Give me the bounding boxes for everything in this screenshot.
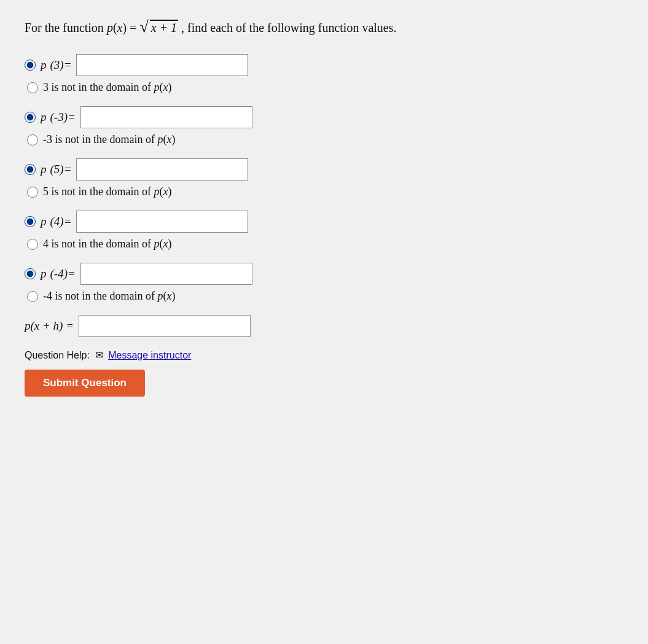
question-block-1: p(3)= 3 is not in the domain of p(x) [25,54,623,94]
submit-button[interactable]: Submit Question [25,370,145,397]
q1-input-radio[interactable] [25,60,36,71]
q4-answer-input[interactable] [76,211,248,233]
q2-answer-input[interactable] [80,106,252,128]
function-expression: p(x) = √x + 1 [107,21,181,34]
q2-domain-label: -3 is not in the domain of p(x) [43,133,175,146]
q2-domain-radio[interactable] [27,134,38,145]
q3-answer-input[interactable] [76,158,248,180]
q5-domain-label: -4 is not in the domain of p(x) [43,290,175,303]
q3-domain-radio[interactable] [27,187,38,198]
header-text-before: For the function [25,21,107,34]
q4-input-radio[interactable] [25,216,36,227]
question-block-5: p(-4)= -4 is not in the domain of p(x) [25,263,623,303]
q1-label: p(3)= [41,58,71,72]
q2-input-radio[interactable] [25,112,36,123]
question-header: For the function p(x) = √x + 1 , find ea… [25,18,623,37]
q5-label: p(-4)= [41,267,76,281]
header-text-after: , find each of the following function va… [181,21,396,34]
message-instructor-link[interactable]: Message instructor [108,350,191,360]
q5-answer-input[interactable] [80,263,252,285]
q3-domain-label: 5 is not in the domain of p(x) [43,185,171,198]
q4-domain-label: 4 is not in the domain of p(x) [43,238,171,250]
q3-label: p(5)= [41,163,71,176]
pxh-block: p(x + h) = [25,315,623,337]
q5-input-radio[interactable] [25,268,36,279]
pxh-label: p(x + h) = [25,319,74,333]
pxh-answer-input[interactable] [79,315,251,337]
help-prefix: Question Help: [25,350,90,360]
envelope-icon: ✉ [95,349,103,361]
q1-answer-input[interactable] [76,54,248,76]
q4-label: p(4)= [41,215,71,228]
question-block-4: p(4)= 4 is not in the domain of p(x) [25,211,623,250]
question-block-2: p(-3)= -3 is not in the domain of p(x) [25,106,623,146]
question-help: Question Help: ✉ Message instructor [25,349,623,361]
q1-domain-radio[interactable] [27,82,38,93]
q1-domain-label: 3 is not in the domain of p(x) [43,81,171,94]
q3-input-radio[interactable] [25,164,36,175]
q4-domain-radio[interactable] [27,239,38,250]
q5-domain-radio[interactable] [27,291,38,302]
question-block-3: p(5)= 5 is not in the domain of p(x) [25,158,623,198]
q2-label: p(-3)= [41,111,76,124]
